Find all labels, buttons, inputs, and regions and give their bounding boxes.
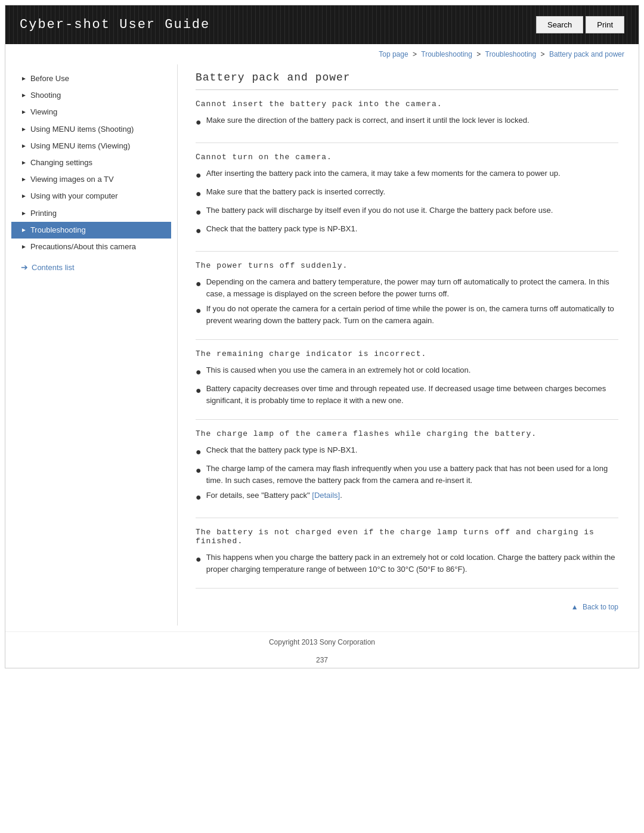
header: Cyber-shot User Guide Search Print bbox=[5, 5, 639, 44]
sidebar-item-label: Using MENU items (Shooting) bbox=[30, 124, 166, 135]
section-4-heading: The remaining charge indicator is incorr… bbox=[196, 349, 618, 358]
list-item: ● Check that the battery pack type is NP… bbox=[196, 223, 618, 238]
page-number: 237 bbox=[5, 652, 639, 668]
section-5-bullets: ● Check that the battery pack type is NP… bbox=[196, 444, 618, 504]
section-5-heading: The charge lamp of the camera flashes wh… bbox=[196, 429, 618, 438]
contents-list-label: Contents list bbox=[32, 263, 75, 272]
main-layout: ► Before Use ► Shooting ► Viewing ► Usin… bbox=[5, 64, 639, 625]
bullet-icon: ● bbox=[196, 552, 202, 566]
sidebar-item-viewing-tv[interactable]: ► Viewing images on a TV bbox=[11, 171, 171, 188]
sidebar-item-menu-viewing[interactable]: ► Using MENU items (Viewing) bbox=[11, 138, 171, 154]
section-3-bullets: ● Depending on the camera and battery te… bbox=[196, 276, 618, 326]
bullet-text: Check that the battery pack type is NP-B… bbox=[206, 223, 358, 235]
chevron-right-icon: ► bbox=[21, 192, 27, 200]
site-title: Cyber-shot User Guide bbox=[20, 17, 210, 32]
chevron-right-icon: ► bbox=[21, 159, 27, 167]
list-item: ● Battery capacity decreases over time a… bbox=[196, 383, 618, 406]
chevron-right-icon: ► bbox=[21, 75, 27, 83]
sidebar-item-precautions[interactable]: ► Precautions/About this camera bbox=[11, 239, 171, 255]
chevron-right-icon: ► bbox=[21, 243, 27, 251]
chevron-right-icon: ► bbox=[21, 142, 27, 150]
breadcrumb-link-1[interactable]: Top page bbox=[379, 50, 408, 58]
arrow-right-icon: ➔ bbox=[21, 262, 28, 272]
bullet-icon: ● bbox=[196, 365, 202, 379]
page-title: Battery pack and power bbox=[196, 64, 618, 90]
sidebar-item-label: Changing settings bbox=[30, 157, 166, 168]
sidebar-item-label: Using MENU items (Viewing) bbox=[30, 141, 166, 151]
main-content: Battery pack and power Cannot insert the… bbox=[177, 64, 633, 625]
chevron-right-icon: ► bbox=[21, 91, 27, 100]
sidebar-item-label: Troubleshooting bbox=[30, 225, 166, 236]
list-item: ● This is caused when you use the camera… bbox=[196, 364, 618, 379]
list-item: ● Check that the battery pack type is NP… bbox=[196, 444, 618, 459]
sidebar-item-before-use[interactable]: ► Before Use bbox=[11, 70, 171, 87]
chevron-right-icon: ► bbox=[21, 125, 27, 134]
section-3-heading: The power turns off suddenly. bbox=[196, 261, 618, 270]
bullet-icon: ● bbox=[196, 224, 202, 238]
sidebar-item-using-computer[interactable]: ► Using with your computer bbox=[11, 188, 171, 205]
back-to-top: ▲ Back to top bbox=[196, 598, 618, 614]
sidebar-item-shooting[interactable]: ► Shooting bbox=[11, 87, 171, 104]
section-6-heading: The battery is not charged even if the c… bbox=[196, 528, 618, 546]
contents-list-link[interactable]: ➔ Contents list bbox=[11, 255, 171, 277]
bullet-text: Check that the battery pack type is NP-B… bbox=[206, 444, 358, 456]
section-3: The power turns off suddenly. ● Dependin… bbox=[196, 261, 618, 340]
print-button[interactable]: Print bbox=[586, 16, 624, 33]
copyright: Copyright 2013 Sony Corporation bbox=[5, 631, 639, 652]
bullet-text: For details, see "Battery pack" [Details… bbox=[206, 490, 342, 501]
breadcrumb: Top page > Troubleshooting > Troubleshoo… bbox=[5, 44, 639, 64]
bullet-icon: ● bbox=[196, 187, 202, 201]
bullet-icon: ● bbox=[196, 445, 202, 459]
breadcrumb-link-4[interactable]: Battery pack and power bbox=[549, 50, 624, 58]
bullet-text: Depending on the camera and battery temp… bbox=[206, 276, 618, 299]
search-button[interactable]: Search bbox=[536, 16, 583, 33]
list-item: ● This happens when you charge the batte… bbox=[196, 552, 618, 575]
section-2-bullets: ● After inserting the battery pack into … bbox=[196, 168, 618, 238]
bullet-text: Make sure that the battery pack is inser… bbox=[206, 186, 385, 198]
bullet-icon: ● bbox=[196, 168, 202, 182]
list-item: ● The battery pack will discharge by its… bbox=[196, 205, 618, 219]
sidebar-item-label: Shooting bbox=[30, 90, 166, 101]
chevron-right-icon: ► bbox=[21, 226, 27, 234]
bullet-text: After inserting the battery pack into th… bbox=[206, 168, 561, 179]
section-2-heading: Cannot turn on the camera. bbox=[196, 153, 618, 162]
bullet-text: This is caused when you use the camera i… bbox=[206, 364, 471, 376]
bullet-text: Battery capacity decreases over time and… bbox=[206, 383, 618, 406]
bullet-icon: ● bbox=[196, 205, 202, 219]
sidebar-item-label: Precautions/About this camera bbox=[30, 241, 166, 252]
sidebar-item-menu-shooting[interactable]: ► Using MENU items (Shooting) bbox=[11, 121, 171, 138]
back-to-top-link[interactable]: ▲ Back to top bbox=[571, 603, 618, 611]
sidebar-item-label: Viewing bbox=[30, 107, 166, 117]
bullet-icon: ● bbox=[196, 490, 202, 504]
sidebar-item-label: Using with your computer bbox=[30, 191, 166, 202]
sidebar-item-troubleshooting[interactable]: ► Troubleshooting bbox=[11, 222, 171, 239]
section-6-bullets: ● This happens when you charge the batte… bbox=[196, 552, 618, 575]
bullet-icon: ● bbox=[196, 115, 202, 129]
section-5: The charge lamp of the camera flashes wh… bbox=[196, 429, 618, 518]
triangle-up-icon: ▲ bbox=[571, 603, 578, 611]
chevron-right-icon: ► bbox=[21, 175, 27, 184]
sidebar-item-changing-settings[interactable]: ► Changing settings bbox=[11, 154, 171, 171]
list-item: ● Depending on the camera and battery te… bbox=[196, 276, 618, 299]
breadcrumb-link-3[interactable]: Troubleshooting bbox=[485, 50, 537, 58]
sidebar-item-viewing[interactable]: ► Viewing bbox=[11, 104, 171, 120]
sidebar-item-printing[interactable]: ► Printing bbox=[11, 205, 171, 222]
list-item: ● Make sure that the battery pack is ins… bbox=[196, 186, 618, 201]
list-item: ● For details, see "Battery pack" [Detai… bbox=[196, 490, 618, 504]
section-1: Cannot insert the battery pack into the … bbox=[196, 100, 618, 143]
breadcrumb-link-2[interactable]: Troubleshooting bbox=[421, 50, 472, 58]
section-4: The remaining charge indicator is incorr… bbox=[196, 349, 618, 420]
section-1-heading: Cannot insert the battery pack into the … bbox=[196, 100, 618, 109]
chevron-right-icon: ► bbox=[21, 108, 27, 116]
bullet-icon: ● bbox=[196, 463, 202, 478]
list-item: ● If you do not operate the camera for a… bbox=[196, 303, 618, 326]
section-4-bullets: ● This is caused when you use the camera… bbox=[196, 364, 618, 406]
bullet-icon: ● bbox=[196, 383, 202, 398]
list-item: ● The charge lamp of the camera may flas… bbox=[196, 463, 618, 486]
list-item: ● After inserting the battery pack into … bbox=[196, 168, 618, 182]
bullet-text: This happens when you charge the battery… bbox=[206, 552, 618, 575]
details-link[interactable]: [Details] bbox=[312, 491, 340, 500]
bullet-text: The charge lamp of the camera may flash … bbox=[206, 463, 618, 486]
chevron-right-icon: ► bbox=[21, 209, 27, 218]
sidebar-item-label: Viewing images on a TV bbox=[30, 174, 166, 185]
